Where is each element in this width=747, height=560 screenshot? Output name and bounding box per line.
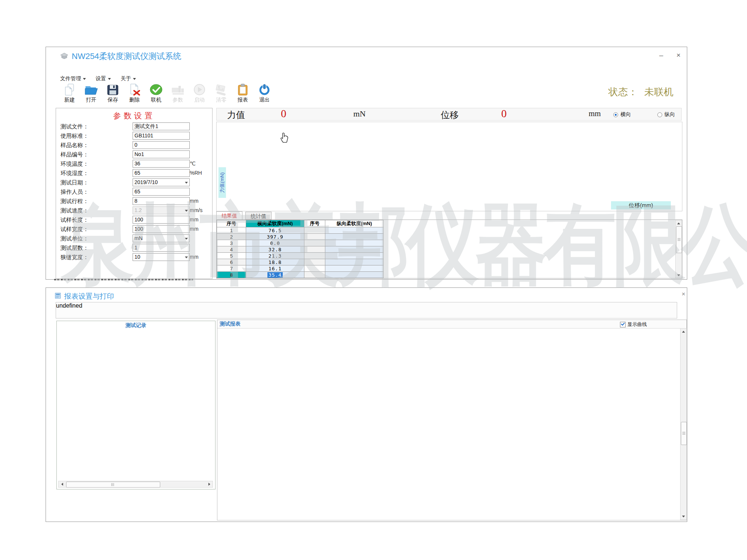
report-icon [55,292,61,301]
parameter-panel: 参数设置 测试文件： 测试文件1 使用标准： GB1101 样品名称： 0 样品… [56,108,213,279]
results-table: 序号横向柔软度(mN)序号纵向柔软度(mN)176.52397.930.0432… [217,220,384,279]
chevron-down-icon [185,210,188,212]
param-select-9[interactable]: 1.2 [133,206,190,214]
scroll-down-icon[interactable] [682,516,685,517]
scrollbar-thumb[interactable] [681,422,687,445]
force-displacement-chart[interactable]: 力值(mN) 位移(mm) [216,122,682,211]
toolbar-button-save[interactable]: 保存 [102,84,124,103]
chevron-down-icon [133,78,136,80]
param-label: 测试速度： [61,207,89,214]
check-icon [621,321,624,326]
param-row: 环境温度： 36 ℃ [56,159,212,168]
results-row[interactable]: 176.5 [217,227,384,234]
menu-bar: 文件管理设置关于 [60,75,136,82]
param-input-13[interactable]: 1 [133,244,190,252]
scroll-down-icon[interactable] [677,274,680,276]
scroll-right-icon[interactable] [208,483,210,486]
param-select-12[interactable]: mN [133,234,190,242]
param-unit: mm [190,217,198,223]
records-hscrollbar[interactable] [58,481,213,488]
results-row[interactable]: 618.8 [217,259,384,265]
status-value: 未联机 [644,87,673,97]
results-row[interactable]: 521.3 [217,253,384,259]
results-row[interactable]: 716.1 [217,265,384,272]
toolbar-button-label: 删除 [129,97,140,103]
param-label: 使用标准： [61,133,89,140]
toolbar-button-new-file[interactable]: 新建 [59,84,80,103]
results-scrollbar[interactable] [675,220,682,278]
close-icon[interactable]: × [682,291,685,297]
toolbar-button-open-folder[interactable]: 打开 [80,84,102,103]
report-scrollbar[interactable] [680,328,687,520]
toolbar-button-exit[interactable]: 退出 [254,84,275,103]
results-row[interactable]: 30.0 [217,240,384,246]
tab-statistics-label: 统计值 [251,213,266,219]
menu-label: 设置 [96,75,106,82]
radio-vertical[interactable] [657,112,662,117]
report-dialog-title: 报表设置与打印 [64,292,114,301]
toolbar-button-clear: 清零 [210,84,232,103]
show-curve-option: 显示曲线 [620,321,647,328]
param-input-5[interactable]: 65 [133,169,190,177]
col-header-index2: 序号 [304,220,325,227]
param-label: 测试行程： [61,198,89,205]
delete-file-icon [128,84,141,96]
scroll-left-icon[interactable] [61,483,63,486]
param-label: 测试日期： [61,179,89,186]
param-input-4[interactable]: 36 [133,160,190,168]
status-text: 状态：未联机 [561,85,673,99]
toolbar-button-report[interactable]: 报表 [232,84,254,103]
tab-statistics[interactable]: 统计值 [245,212,272,220]
results-row[interactable]: 932.2 [217,278,384,279]
scrollbar-thumb[interactable] [676,226,682,253]
param-label: 测试层数： [61,245,89,252]
param-select-14[interactable]: 10 [133,253,190,261]
toolbar-button-connect[interactable]: 联机 [145,84,167,103]
toolbar-button-delete-file[interactable]: 删除 [124,84,145,103]
tab-results[interactable]: 结果值 [216,211,242,220]
param-input-0[interactable]: 测试文件1 [133,122,190,130]
param-unit: mm [190,226,198,232]
results-row[interactable]: 432.8 [217,246,384,253]
param-row: 使用标准： GB1101 [56,131,212,140]
radio-horizontal[interactable] [613,112,618,117]
test-report-panel: 测试报表 显示曲线 [217,320,687,520]
param-label: 环境温度： [61,161,89,168]
minimize-button[interactable]: – [659,52,663,59]
menu-file-management[interactable]: 文件管理 [60,75,86,82]
show-curve-label: 显示曲线 [627,321,647,328]
parameter-rows: 测试文件： 测试文件1 使用标准： GB1101 样品名称： 0 样品编号： N… [56,122,212,262]
close-icon[interactable]: × [676,52,681,59]
param-label: 操作人员： [61,189,89,196]
param-input-8[interactable]: 8 [133,197,190,205]
test-records-panel: 测试记录 [56,321,216,489]
force-value: 0 [281,108,286,120]
params-icon [171,84,185,96]
menu-settings[interactable]: 设置 [96,75,111,82]
param-input-2[interactable]: 0 [133,141,190,149]
records-title: 测试记录 [57,321,215,329]
app-icon [60,52,68,61]
param-label: 环境湿度： [61,170,89,177]
results-row[interactable]: 2397.9 [217,234,384,240]
report-header-strip: 测试报表 显示曲线 [217,320,686,329]
menu-about[interactable]: 关于 [121,75,136,82]
param-select-6[interactable]: 2019/7/10 [133,178,190,186]
param-row: 狭缝宽度： 10 mm [56,252,212,262]
scroll-up-icon[interactable] [682,331,685,333]
param-input-3[interactable]: No1 [133,150,190,158]
chevron-down-icon [108,78,111,80]
results-header-row: 序号横向柔软度(mN)序号纵向柔软度(mN) [217,220,384,227]
chart-x-axis-label: 位移(mm) [611,201,671,209]
title-bar: NW254柔软度测试仪测试系统 [60,51,181,62]
param-input-1[interactable]: GB1101 [133,132,190,140]
scroll-up-icon[interactable] [677,223,680,224]
chevron-down-icon [185,182,188,184]
show-curve-checkbox[interactable] [620,322,626,327]
col-header-index: 序号 [217,220,246,227]
results-row[interactable]: 835.4 [217,272,384,278]
param-input-10[interactable]: 100 [133,216,190,224]
param-input-11[interactable]: 100 [133,225,190,233]
hscrollbar-thumb[interactable] [66,482,160,488]
param-input-7[interactable]: 65 [133,188,190,196]
